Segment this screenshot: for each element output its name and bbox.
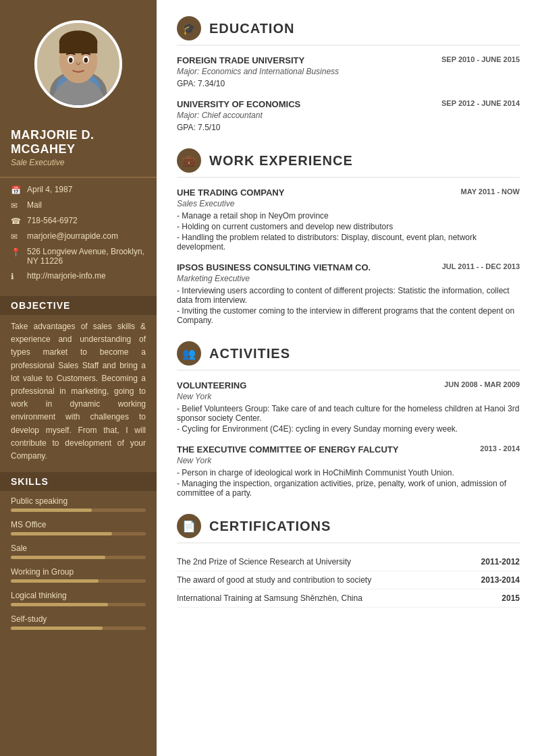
act-1-org: VOLUNTEERING [177, 380, 246, 390]
cert-3-year: 2015 [502, 593, 520, 603]
activity-entry-1: VOLUNTEERING JUN 2008 - MAR 2009 New Yor… [177, 380, 520, 434]
objective-text: Take advantages of sales skills & experi… [0, 320, 157, 463]
objective-section-title: OBJECTIVE [0, 296, 157, 315]
work-1-company: UHE TRADING COMPANY [177, 187, 284, 198]
activities-header: 👥 ACTIVITIES [177, 341, 520, 371]
work-1-date: MAY 2011 - NOW [461, 187, 520, 196]
act-2-bullet-2: - Managing the inspection, organization … [177, 479, 520, 498]
skill-bar-bg [11, 556, 146, 559]
edu-2-header: UNIVERSITY OF ECONOMICS SEP 2012 - JUNE … [177, 99, 520, 109]
act-1-bullet-2: - Cycling for Environment (C4E): cycling… [177, 424, 520, 434]
act-2-header: THE EXECUTIVE COMMITTEE OF ENERGY FALCUT… [177, 444, 520, 455]
work-entry-2: IPSOS BUSINESS CONSULTING VIETNAM CO. JU… [177, 262, 520, 325]
skill-label: Sale [11, 544, 146, 553]
skills-list: Public speaking MS Office Sale Working i… [0, 496, 157, 638]
work-2-role: Marketing Executive [177, 274, 520, 283]
act-1-bullet-1: - Belief Volunteers Group: Take care of … [177, 404, 520, 423]
edu-1-header: FOREIGN TRADE UNIVERSITY SEP 2010 - JUNE… [177, 55, 520, 65]
education-icon: 🎓 [177, 16, 201, 40]
certifications-section: 📄 CERTIFICATIONS The 2nd Prize of Scienc… [177, 514, 520, 608]
cert-1-year: 2011-2012 [481, 557, 520, 566]
sidebar: MARJORIE D. MCGAHEY Sale Executive 📅 Apr… [0, 0, 157, 756]
cert-row-3: International Training at Samsung Shēnzh… [177, 589, 520, 608]
phone-icon: ☎ [11, 216, 22, 226]
activities-icon: 👥 [177, 341, 201, 366]
email-icon: ✉ [11, 232, 22, 241]
cert-2-year: 2013-2014 [481, 575, 520, 585]
contact-website: ℹ http://marjorie-info.me [11, 271, 146, 281]
divider-1 [0, 177, 157, 178]
work-header: 💼 WORK EXPERIENCE [177, 148, 520, 178]
skill-bar-bg [11, 532, 146, 535]
cert-title: CERTIFICATIONS [209, 519, 331, 534]
cert-2-text: The award of good at study and contribut… [177, 575, 371, 585]
contact-email: ✉ marjorie@jourrapide.com [11, 231, 146, 241]
edu-2-major: Major: Chief accountant [177, 111, 520, 120]
full-name: MARJORIE D. MCGAHEY [11, 128, 146, 156]
svg-point-9 [69, 58, 73, 63]
work-1-header: UHE TRADING COMPANY MAY 2011 - NOW [177, 187, 520, 198]
skill-bar-fill [11, 532, 112, 535]
skill-label: Logical thinking [11, 591, 146, 600]
work-2-bullet-2: - Inviting the customer coming to the in… [177, 306, 520, 325]
skill-bar-fill [11, 579, 99, 583]
skill-bar-bg [11, 627, 146, 630]
act-2-date: 2013 - 2014 [480, 444, 520, 453]
cert-row-1: The 2nd Prize of Science Research at Uni… [177, 553, 520, 571]
email-text: marjorie@jourrapide.com [27, 231, 118, 241]
mail-icon: ✉ [11, 201, 22, 210]
work-1-bullet-2: - Holding on current customers and devel… [177, 222, 520, 231]
contact-address: 📍 526 Longview Avenue, Brooklyn, NY 1122… [11, 247, 146, 266]
phone-text: 718-564-6972 [27, 216, 78, 225]
cert-row-2: The award of good at study and contribut… [177, 571, 520, 589]
work-2-header: IPSOS BUSINESS CONSULTING VIETNAM CO. JU… [177, 262, 520, 272]
resume-container: MARJORIE D. MCGAHEY Sale Executive 📅 Apr… [0, 0, 540, 756]
edu-2-date: SEP 2012 - JUNE 2014 [441, 99, 520, 107]
skill-label: Public speaking [11, 496, 146, 506]
act-2-location: New York [177, 456, 520, 465]
contact-mail: ✉ Mail [11, 200, 146, 210]
address-text: 526 Longview Avenue, Brooklyn, NY 11226 [27, 247, 146, 266]
website-text: http://marjorie-info.me [27, 271, 106, 281]
skill-bar-fill [11, 556, 105, 559]
skill-item: Public speaking [11, 496, 146, 512]
work-1-role: Sales Executive [177, 199, 520, 208]
cert-1-text: The 2nd Prize of Science Research at Uni… [177, 557, 351, 566]
act-2-bullet-1: - Person in charge of ideological work i… [177, 468, 520, 477]
edu-entry-1: FOREIGN TRADE UNIVERSITY SEP 2010 - JUNE… [177, 55, 520, 88]
work-entry-1: UHE TRADING COMPANY MAY 2011 - NOW Sales… [177, 187, 520, 252]
edu-2-gpa: GPA: 7.5/10 [177, 123, 520, 132]
skills-section-title: SKILLS [0, 472, 157, 491]
cert-header: 📄 CERTIFICATIONS [177, 514, 520, 544]
svg-point-10 [84, 58, 88, 63]
contact-section: 📅 April 4, 1987 ✉ Mail ☎ 718-564-6972 ✉ … [0, 185, 157, 287]
edu-1-school: FOREIGN TRADE UNIVERSITY [177, 55, 304, 65]
profile-photo [34, 20, 122, 108]
photo-section [0, 0, 157, 121]
skill-label: Working in Group [11, 567, 146, 577]
work-title: WORK EXPERIENCE [209, 153, 353, 169]
act-1-date: JUN 2008 - MAR 2009 [444, 380, 520, 388]
edu-1-date: SEP 2010 - JUNE 2015 [441, 55, 520, 63]
activity-entry-2: THE EXECUTIVE COMMITTEE OF ENERGY FALCUT… [177, 444, 520, 498]
activities-section: 👥 ACTIVITIES VOLUNTEERING JUN 2008 - MAR… [177, 341, 520, 498]
work-1-bullet-1: - Manage a retail shop in NeyOm province [177, 211, 520, 221]
skill-label: MS Office [11, 520, 146, 529]
education-title: EDUCATION [209, 21, 294, 36]
education-header: 🎓 EDUCATION [177, 16, 520, 46]
work-1-bullet-3: - Handling the problem related to distri… [177, 233, 520, 252]
edu-1-major: Major: Economics and International Busin… [177, 67, 520, 76]
mail-text: Mail [27, 200, 42, 210]
act-1-location: New York [177, 392, 520, 401]
edu-entry-2: UNIVERSITY OF ECONOMICS SEP 2012 - JUNE … [177, 99, 520, 132]
contact-dob: 📅 April 4, 1987 [11, 185, 146, 195]
svg-rect-6 [59, 40, 97, 53]
work-2-company: IPSOS BUSINESS CONSULTING VIETNAM CO. [177, 262, 371, 272]
skill-item: Self-study [11, 614, 146, 630]
work-section: 💼 WORK EXPERIENCE UHE TRADING COMPANY MA… [177, 148, 520, 325]
edu-1-gpa: GPA: 7.34/10 [177, 79, 520, 88]
location-icon: 📍 [11, 248, 22, 257]
name-section: MARJORIE D. MCGAHEY Sale Executive [0, 121, 157, 170]
edu-2-school: UNIVERSITY OF ECONOMICS [177, 99, 300, 109]
calendar-icon: 📅 [11, 185, 22, 195]
